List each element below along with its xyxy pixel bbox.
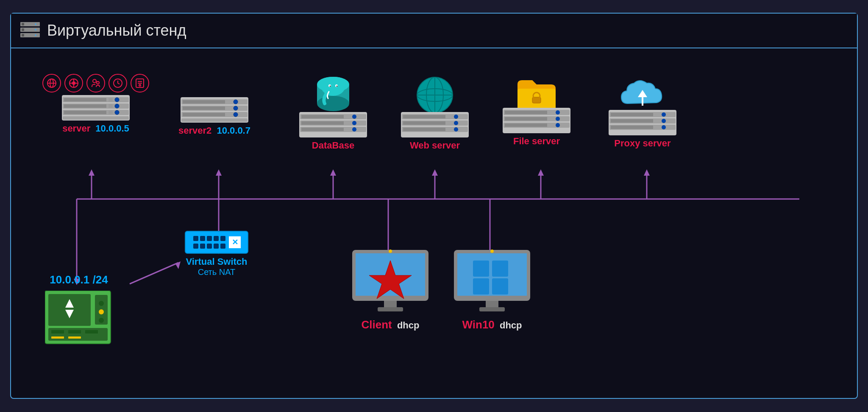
svg-rect-143 xyxy=(479,307,505,311)
svg-rect-133 xyxy=(384,301,397,307)
svg-point-88 xyxy=(352,121,356,125)
webserver-node: Web server xyxy=(392,74,477,151)
svg-rect-126 xyxy=(611,126,653,129)
svg-rect-153 xyxy=(51,336,64,339)
svg-rect-138 xyxy=(473,261,489,277)
proxyserver-node: Proxy server xyxy=(600,74,685,149)
server2-node: server2 10.0.0.7 xyxy=(172,97,257,136)
svg-rect-134 xyxy=(378,307,403,311)
svg-rect-55 xyxy=(108,98,113,101)
fileserver-rack-icon xyxy=(503,108,570,133)
dc-icon xyxy=(64,74,83,92)
fileserver-node: File server xyxy=(494,74,579,147)
clock-icon xyxy=(108,74,127,92)
svg-point-36 xyxy=(72,82,75,84)
vswitch-x-icon: ✕ xyxy=(229,236,241,248)
svg-rect-151 xyxy=(68,330,81,334)
database-label: DataBase xyxy=(312,140,354,151)
svg-point-144 xyxy=(490,249,494,253)
server1-badges xyxy=(42,74,149,92)
dns-icon xyxy=(42,74,61,92)
svg-marker-11 xyxy=(89,169,95,176)
svg-point-127 xyxy=(662,112,666,117)
svg-rect-114 xyxy=(505,123,547,127)
database-rack-icon xyxy=(299,112,367,137)
svg-point-53 xyxy=(115,104,119,108)
svg-rect-65 xyxy=(183,113,225,116)
svg-rect-49 xyxy=(64,98,106,101)
svg-rect-112 xyxy=(505,111,547,114)
svg-rect-50 xyxy=(64,104,106,108)
svg-point-43 xyxy=(139,84,141,86)
svg-point-156 xyxy=(99,301,104,306)
physical-ip-label: 10.0.0.1 /24 xyxy=(50,273,108,286)
svg-rect-4 xyxy=(22,28,24,31)
proxyserver-icon xyxy=(619,74,666,114)
svg-rect-62 xyxy=(181,118,248,122)
svg-point-104 xyxy=(454,127,458,132)
svg-rect-84 xyxy=(301,115,344,118)
svg-point-102 xyxy=(454,115,458,119)
proxyserver-rack-icon xyxy=(609,110,676,135)
svg-rect-139 xyxy=(492,261,508,277)
svg-rect-125 xyxy=(611,119,653,123)
svg-rect-57 xyxy=(108,111,113,114)
svg-rect-152 xyxy=(85,330,98,334)
svg-rect-154 xyxy=(68,336,81,339)
diagram-area: server 10.0.0.5 server2 10.0.0.7 xyxy=(11,48,857,395)
webserver-rack-icon xyxy=(401,112,469,137)
proxyserver-label: Proxy server xyxy=(614,138,670,149)
svg-rect-150 xyxy=(51,330,64,334)
svg-point-67 xyxy=(234,106,238,110)
physical-machine-node: 10.0.0.1 /24 xyxy=(32,273,125,346)
svg-point-157 xyxy=(99,309,104,314)
svg-rect-141 xyxy=(492,278,508,294)
svg-point-78 xyxy=(330,86,331,87)
svg-rect-124 xyxy=(611,113,653,116)
vswitch-sublabel: Сеть NAT xyxy=(198,267,236,277)
svg-rect-113 xyxy=(505,117,547,121)
svg-rect-101 xyxy=(403,128,445,131)
server1-rack-icon xyxy=(62,95,130,121)
svg-rect-99 xyxy=(403,115,445,118)
fileserver-label: File server xyxy=(513,136,560,147)
svg-point-79 xyxy=(337,86,338,87)
svg-rect-140 xyxy=(473,278,489,294)
svg-point-116 xyxy=(556,117,560,121)
webserver-label: Web server xyxy=(410,140,460,151)
client-node: Client dhcp xyxy=(346,248,435,331)
svg-point-158 xyxy=(99,318,104,323)
webserver-icon xyxy=(414,74,456,116)
svg-point-71 xyxy=(317,96,349,111)
svg-point-7 xyxy=(35,29,36,31)
svg-rect-51 xyxy=(64,111,106,114)
win10-node: Win10 dhcp xyxy=(448,248,537,331)
client-label: Client dhcp xyxy=(362,318,420,331)
svg-point-117 xyxy=(556,123,560,127)
page-title: Виртуальный стенд xyxy=(47,22,186,39)
physical-machine-icon xyxy=(45,291,113,346)
vswitch-node: ✕ Virtual Switch Сеть NAT xyxy=(166,231,267,277)
svg-point-6 xyxy=(35,23,36,25)
svg-rect-3 xyxy=(22,23,24,25)
svg-point-128 xyxy=(662,119,666,123)
svg-point-8 xyxy=(35,34,36,36)
svg-rect-86 xyxy=(301,128,344,131)
server2-label: server2 10.0.0.7 xyxy=(178,125,250,136)
svg-rect-48 xyxy=(63,116,129,120)
svg-point-54 xyxy=(115,110,119,115)
main-container: Виртуальный стенд xyxy=(10,13,858,399)
users-icon xyxy=(86,74,105,92)
svg-marker-13 xyxy=(216,169,222,176)
server1-label: server 10.0.0.5 xyxy=(62,123,129,134)
vswitch-label: Virtual Switch xyxy=(186,256,247,267)
header: Виртуальный стенд xyxy=(11,14,857,48)
svg-point-87 xyxy=(352,115,356,119)
svg-point-135 xyxy=(389,249,392,253)
svg-rect-85 xyxy=(301,121,344,125)
svg-point-115 xyxy=(556,110,560,115)
svg-point-52 xyxy=(115,98,119,102)
svg-point-103 xyxy=(454,121,458,125)
fileserver-icon xyxy=(515,74,558,112)
svg-rect-5 xyxy=(22,34,24,36)
